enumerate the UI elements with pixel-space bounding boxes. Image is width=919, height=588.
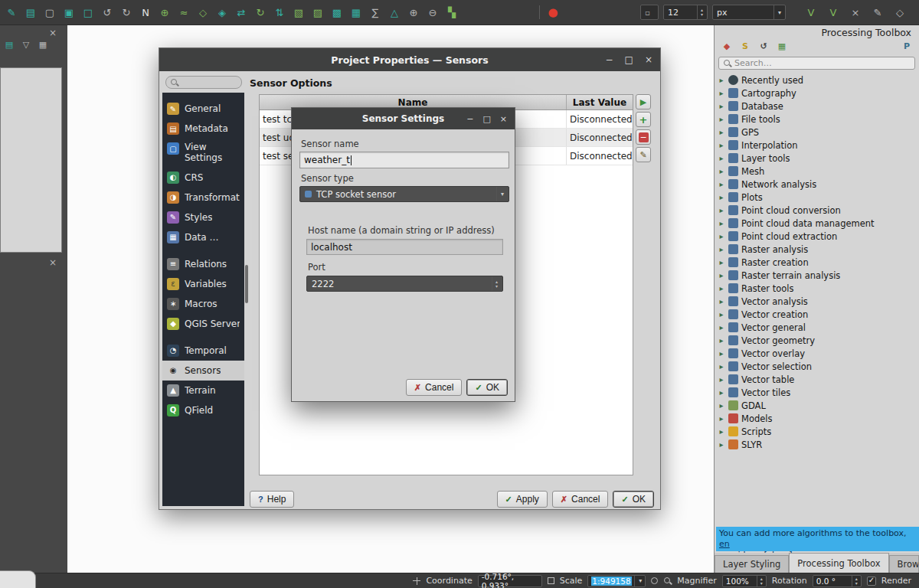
toolbox-category-gdal[interactable]: ▸GDAL (715, 399, 919, 412)
ok-button[interactable]: ✓ OK (466, 379, 508, 396)
toolbox-category-vector-creation[interactable]: ▸Vector creation (715, 308, 919, 321)
expand-icon[interactable]: ▸ (718, 245, 725, 253)
expand-icon[interactable]: ▸ (718, 76, 725, 84)
toolbox-category-raster-tools[interactable]: ▸Raster tools (715, 282, 919, 295)
sidebar-item-general[interactable]: ✎General (162, 99, 244, 119)
tab-browser[interactable]: Browser (889, 555, 919, 573)
annotation-tool-icon[interactable]: V (803, 4, 819, 21)
toolbox-category-mesh[interactable]: ▸Mesh (715, 165, 919, 178)
toolbox-category-point-cloud-conversion[interactable]: ▸Point cloud conversion (715, 204, 919, 217)
expand-icon[interactable]: ▸ (718, 349, 725, 358)
expand-icon[interactable]: ▸ (718, 128, 725, 136)
properties-search-input[interactable] (182, 77, 237, 87)
extents-icon[interactable] (548, 577, 554, 584)
minimize-icon[interactable]: − (606, 54, 613, 65)
field-calculator-icon[interactable]: ∑ (367, 4, 384, 21)
rotation-input[interactable]: 0.0 ° (813, 575, 862, 587)
overview-corner-panel[interactable] (0, 570, 36, 588)
toolbox-category-interpolation[interactable]: ▸Interpolation (715, 139, 919, 152)
port-spinner[interactable]: 2222 (306, 276, 503, 292)
layer-styling-icon[interactable]: ▤ (2, 38, 16, 51)
toolbox-category-database[interactable]: ▸Database (715, 100, 919, 113)
toolbox-category-vector-analysis[interactable]: ▸Vector analysis (715, 295, 919, 308)
connect-sensor-button[interactable]: ▶ (636, 94, 651, 109)
toolbox-search-input[interactable] (734, 58, 911, 68)
toolbox-category-point-cloud-data-management[interactable]: ▸Point cloud data management (715, 217, 919, 230)
expand-icon[interactable]: ▸ (718, 193, 725, 201)
close-panel-icon[interactable]: × (47, 28, 58, 38)
toolbox-category-raster-terrain-analysis[interactable]: ▸Raster terrain analysis (715, 269, 919, 282)
toolbox-category-vector-general[interactable]: ▸Vector general (715, 321, 919, 334)
annotation-tool-alt-icon[interactable]: V (825, 4, 842, 21)
redo-icon[interactable]: ↻ (118, 4, 135, 21)
expand-all-icon[interactable]: ▦ (36, 38, 50, 51)
magnifier-input[interactable]: 100% (722, 575, 767, 587)
merge-features-icon[interactable]: ▩ (329, 4, 345, 21)
expand-icon[interactable]: ▸ (718, 284, 725, 292)
cancel-button[interactable]: ✗ Cancel (406, 379, 463, 396)
scale-feature-icon[interactable]: ⇅ (271, 4, 288, 21)
attribute-table-icon[interactable]: ▦ (348, 4, 365, 21)
expand-icon[interactable]: ▸ (718, 414, 725, 423)
host-name-input[interactable]: localhost (306, 239, 503, 255)
record-icon[interactable]: ● (545, 4, 561, 21)
add-point-feature-icon[interactable]: ⊕ (156, 4, 173, 21)
close-panel-2-icon[interactable]: × (47, 257, 58, 268)
properties-search[interactable] (165, 76, 242, 89)
zoom-in-icon[interactable]: ⊕ (405, 4, 422, 21)
minimize-icon[interactable]: − (466, 114, 473, 124)
toolbox-category-recently-used[interactable]: ▸Recently used (715, 74, 919, 87)
paste-features-icon[interactable]: □ (80, 4, 96, 21)
expand-icon[interactable]: ▸ (718, 271, 725, 279)
enable-providers-link[interactable]: en (719, 539, 730, 549)
toolbox-category-layer-tools[interactable]: ▸Layer tools (715, 152, 919, 165)
python-console-icon[interactable]: ▚ (443, 4, 460, 21)
toolbox-category-vector-tiles[interactable]: ▸Vector tiles (715, 386, 919, 399)
help-button[interactable]: ? Help (250, 491, 294, 508)
ok-button[interactable]: ✓ OK (613, 491, 654, 508)
sidebar-item-macros[interactable]: ∗Macros (162, 294, 244, 314)
edit-annotation-icon[interactable]: ✎ (869, 4, 886, 21)
column-header-last-value[interactable]: Last Value (567, 95, 633, 109)
size-input[interactable]: 12 (663, 5, 708, 20)
expand-icon[interactable]: ▸ (718, 102, 725, 110)
toolbox-category-point-cloud-extraction[interactable]: ▸Point cloud extraction (715, 230, 919, 243)
expand-icon[interactable]: ▸ (718, 258, 725, 266)
toolbox-category-gps[interactable]: ▸GPS (715, 126, 919, 139)
apply-button[interactable]: ✓ Apply (497, 491, 548, 508)
results-viewer-icon[interactable]: ▦ (776, 40, 788, 52)
toolbox-category-vector-selection[interactable]: ▸Vector selection (715, 360, 919, 373)
add-sensor-button[interactable]: + (636, 112, 651, 127)
sidebar-item-variables[interactable]: εVariables (162, 274, 244, 294)
expand-icon[interactable]: ▸ (718, 336, 725, 345)
split-features-icon[interactable]: ▨ (309, 4, 326, 21)
move-feature-icon[interactable]: ⇄ (233, 4, 250, 21)
toolbox-category-raster-creation[interactable]: ▸Raster creation (715, 256, 919, 269)
delete-selected-icon[interactable]: ▢ (41, 4, 58, 21)
toggle-editing-icon[interactable]: ✎ (3, 4, 20, 21)
expand-icon[interactable]: ▸ (718, 89, 725, 97)
symbol-preview-combo[interactable]: ▫ (640, 5, 659, 20)
annotation-style-icon[interactable]: ◇ (891, 4, 908, 21)
toolbox-category-network-analysis[interactable]: ▸Network analysis (715, 178, 919, 191)
expand-icon[interactable]: ▸ (718, 323, 725, 332)
expand-icon[interactable]: ▸ (718, 167, 725, 175)
toolbox-category-vector-overlay[interactable]: ▸Vector overlay (715, 347, 919, 360)
copy-features-icon[interactable]: ▣ (61, 4, 77, 21)
expand-icon[interactable]: ▸ (718, 310, 725, 318)
toolbox-category-file-tools[interactable]: ▸File tools (715, 113, 919, 126)
sidebar-item-temporal[interactable]: ◔Temporal (162, 341, 244, 361)
toolbox-category-cartography[interactable]: ▸Cartography (715, 87, 919, 100)
sidebar-item-styles[interactable]: ✎Styles (162, 207, 244, 227)
north-arrow-icon[interactable]: N (137, 4, 154, 21)
expand-icon[interactable]: ▸ (718, 206, 725, 214)
sidebar-item-data-sources[interactable]: ▦Data … (162, 227, 244, 247)
toolbox-search[interactable] (718, 57, 915, 70)
expand-icon[interactable]: ▸ (718, 141, 725, 149)
history-icon[interactable]: ↺ (757, 40, 770, 52)
remove-sensor-button[interactable]: − (636, 129, 651, 145)
maximize-icon[interactable]: □ (625, 54, 633, 65)
spin-arrows-icon[interactable] (757, 576, 763, 586)
sidebar-item-crs[interactable]: ◐CRS (162, 168, 244, 188)
close-icon[interactable]: × (500, 114, 507, 124)
